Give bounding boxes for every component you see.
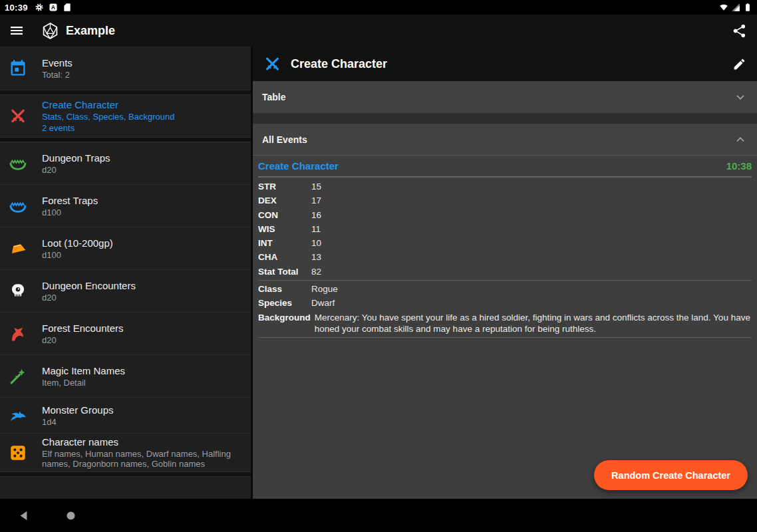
back-icon[interactable] bbox=[18, 509, 31, 522]
item-subtitle: d20 bbox=[42, 335, 124, 345]
stat-label: STR bbox=[258, 181, 307, 192]
item-title: Character names bbox=[42, 436, 245, 448]
row-class: Class Rogue bbox=[258, 282, 752, 296]
row-divider bbox=[258, 337, 752, 338]
signal-icon bbox=[731, 3, 740, 12]
calendar-icon bbox=[9, 59, 27, 78]
stat-row-wis: WIS 11 bbox=[258, 222, 752, 236]
item-title: Events bbox=[42, 57, 73, 68]
section-divider bbox=[253, 113, 757, 124]
stat-label: INT bbox=[258, 237, 307, 249]
stat-row-con: CON 16 bbox=[258, 208, 752, 222]
dice-icon bbox=[9, 444, 27, 462]
item-title: Create Character bbox=[42, 99, 174, 110]
chevron-down-icon[interactable] bbox=[733, 90, 748, 104]
wifi-icon bbox=[719, 3, 728, 12]
skull-icon bbox=[9, 282, 27, 301]
section-header-table[interactable]: Table bbox=[253, 81, 757, 113]
event-title: Create Character bbox=[258, 160, 339, 172]
sidebar-item-loot[interactable]: Loot (10-200gp) d100 bbox=[0, 227, 251, 270]
table-list-sidebar: Events Total: 2 Create Character Stats, … bbox=[0, 47, 253, 499]
stat-row-dex: DEX 17 bbox=[258, 194, 752, 207]
dragon-icon bbox=[9, 325, 27, 343]
trap-icon bbox=[9, 197, 27, 215]
battery-icon bbox=[743, 3, 752, 12]
share-icon[interactable] bbox=[732, 23, 747, 39]
row-label: Species bbox=[258, 297, 307, 309]
item-subtitle: Item, Detail bbox=[42, 378, 125, 388]
item-title: Magic Item Names bbox=[42, 365, 125, 376]
detail-title: Create Character bbox=[291, 57, 387, 71]
row-species: Species Dwarf bbox=[258, 296, 752, 310]
sidebar-item-create-character[interactable]: Create Character Stats, Class, Species, … bbox=[0, 95, 251, 138]
item-title: Dungeon Traps bbox=[42, 152, 110, 164]
content-area: Events Total: 2 Create Character Stats, … bbox=[0, 47, 757, 499]
item-title: Dungeon Encounters bbox=[42, 280, 136, 291]
item-subtitle: Elf names, Human names, Dwarf names, Hal… bbox=[42, 449, 245, 469]
event-timestamp: 10:38 bbox=[726, 160, 752, 172]
status-time: 10:39 bbox=[5, 3, 28, 13]
sidebar-item-forest-encounters[interactable]: Forest Encounters d20 bbox=[0, 313, 251, 355]
sidebar-item-events[interactable]: Events Total: 2 bbox=[0, 47, 251, 90]
add-table-button[interactable]: Add Table bbox=[0, 477, 251, 499]
stat-row-total: Stat Total 82 bbox=[258, 265, 752, 279]
stat-label: Stat Total bbox=[258, 266, 307, 277]
item-title: Monster Groups bbox=[42, 404, 114, 416]
sidebar-group-divider bbox=[0, 90, 251, 95]
row-label: Class bbox=[258, 283, 307, 295]
gear-icon bbox=[35, 3, 44, 12]
svg-text:A: A bbox=[51, 5, 55, 11]
item-subtitle: Stats, Class, Species, Background bbox=[42, 112, 174, 122]
sidebar-item-dungeon-traps[interactable]: Dungeon Traps d20 bbox=[0, 142, 251, 185]
row-value: Rogue bbox=[311, 283, 752, 295]
a-box-icon: A bbox=[49, 3, 58, 12]
item-subtitle: Total: 2 bbox=[42, 70, 73, 80]
item-title: Forest Traps bbox=[42, 195, 98, 206]
stat-value: 10 bbox=[311, 237, 752, 249]
stat-value: 13 bbox=[311, 251, 752, 263]
stat-row-int: INT 10 bbox=[258, 236, 752, 250]
home-icon[interactable] bbox=[65, 510, 76, 521]
section-header-all-events[interactable]: All Events bbox=[253, 124, 757, 156]
stat-label: DEX bbox=[258, 195, 307, 206]
monster-icon bbox=[9, 406, 27, 425]
row-divider bbox=[258, 280, 752, 281]
sidebar-group-divider bbox=[0, 472, 251, 477]
sidebar-item-monster-groups[interactable]: Monster Groups 1d4 bbox=[0, 398, 251, 434]
item-subtitle: d20 bbox=[42, 293, 136, 303]
app-bar: Example bbox=[0, 15, 757, 47]
android-nav-bar bbox=[0, 499, 757, 532]
stat-row-cha: CHA 13 bbox=[258, 250, 752, 264]
item-subtitle: d20 bbox=[42, 165, 110, 175]
stat-value: 16 bbox=[311, 209, 752, 221]
detail-header: Create Character bbox=[253, 47, 757, 81]
d20-app-icon bbox=[41, 22, 59, 40]
item-subtitle: d100 bbox=[42, 207, 98, 217]
row-value: Dwarf bbox=[311, 297, 752, 309]
menu-icon[interactable] bbox=[9, 23, 25, 39]
sidebar-item-character-names[interactable]: Character names Elf names, Human names, … bbox=[0, 434, 251, 472]
status-bar: 10:39 A bbox=[0, 0, 757, 15]
magic-wand-icon bbox=[9, 367, 27, 386]
stat-value: 17 bbox=[311, 195, 752, 206]
item-title: Forest Encounters bbox=[42, 323, 124, 334]
item-title: Loot (10-200gp) bbox=[42, 237, 113, 249]
section-label: Table bbox=[262, 92, 286, 102]
app-title: Example bbox=[66, 24, 115, 38]
sidebar-item-forest-traps[interactable]: Forest Traps d100 bbox=[0, 185, 251, 227]
sidebar-item-magic-item-names[interactable]: Magic Item Names Item, Detail bbox=[0, 355, 251, 398]
gold-ingot-icon bbox=[9, 239, 27, 258]
row-value: Mercenary: You have spent your life as a… bbox=[315, 312, 752, 335]
row-label: Background bbox=[258, 312, 311, 335]
sidebar-group-divider bbox=[0, 138, 251, 142]
stat-label: CHA bbox=[258, 251, 307, 263]
event-header: Create Character 10:38 bbox=[258, 156, 752, 178]
chevron-up-icon[interactable] bbox=[733, 132, 748, 147]
edit-pencil-icon[interactable] bbox=[732, 57, 746, 71]
random-create-character-button[interactable]: Random Create Character bbox=[594, 460, 748, 490]
row-background: Background Mercenary: You have spent you… bbox=[258, 311, 752, 336]
sidebar-item-dungeon-encounters[interactable]: Dungeon Encounters d20 bbox=[0, 270, 251, 313]
trap-icon bbox=[9, 154, 27, 173]
stat-label: WIS bbox=[258, 223, 307, 235]
sdcard-icon bbox=[63, 3, 72, 12]
